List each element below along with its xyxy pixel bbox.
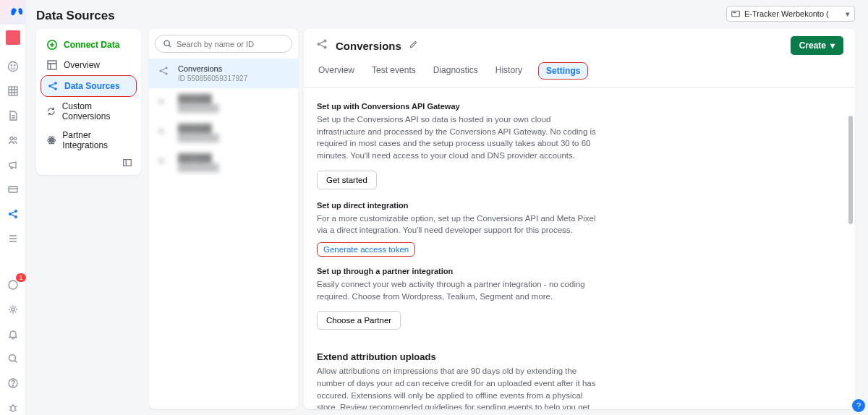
share-icon	[315, 38, 328, 54]
rail-megaphone-icon[interactable]	[6, 158, 20, 172]
nav-custom-conversions[interactable]: Custom Conversions	[41, 97, 137, 126]
extend-body: Allow attributions on impressions that a…	[317, 365, 599, 409]
svg-rect-0	[732, 11, 740, 17]
account-icon	[731, 9, 740, 18]
gateway-heading: Set up with Conversions API Gateway	[317, 102, 842, 111]
main-title: Conversions	[336, 40, 401, 52]
svg-point-28	[164, 40, 169, 46]
layout-icon	[46, 59, 58, 71]
settings-panel: Set up with Conversions API Gateway Set …	[304, 87, 855, 409]
svg-rect-19	[48, 61, 56, 69]
svg-point-9	[9, 213, 12, 215]
svg-point-10	[14, 210, 17, 213]
plus-circle-icon	[46, 39, 58, 51]
nav-data-sources[interactable]: Data Sources	[41, 75, 137, 97]
svg-point-6	[10, 137, 13, 140]
chevron-down-icon: ▾	[846, 9, 850, 19]
tab-overview[interactable]: Overview	[317, 62, 356, 80]
direct-body: For a more customizable option, set up t…	[317, 213, 599, 236]
svg-rect-5	[9, 87, 17, 95]
nav-connect-data[interactable]: Connect Data	[41, 35, 137, 55]
meta-logo-icon	[8, 5, 24, 21]
svg-point-2	[8, 62, 17, 72]
rail-gear-icon[interactable]	[6, 302, 20, 317]
svg-point-23	[51, 140, 52, 141]
rail-doc-icon[interactable]	[6, 108, 20, 123]
rail-share-icon[interactable]	[6, 207, 20, 221]
atom-icon	[46, 134, 56, 146]
svg-rect-8	[9, 187, 17, 192]
help-fab-icon[interactable]: ?	[852, 399, 865, 412]
nav-partner-integrations[interactable]: Partner Integrations	[41, 126, 137, 155]
svg-point-17	[11, 406, 15, 411]
generate-token-link[interactable]: Generate access token	[317, 242, 415, 257]
tab-history[interactable]: History	[494, 62, 524, 80]
account-selector[interactable]: E-Tracker Werbekonto ( ▾	[726, 6, 855, 22]
account-label: E-Tracker Werbekonto (	[744, 9, 846, 18]
search-icon	[163, 39, 172, 48]
nav-card: Connect Data Overview Data Sources Custo…	[36, 29, 141, 175]
direct-heading: Set up direct integration	[317, 201, 842, 210]
gateway-body: Set up the Conversions API so data is ho…	[317, 114, 599, 162]
tabs: Overview Test events Diagnostics History…	[304, 58, 855, 87]
svg-rect-27	[124, 160, 132, 166]
rail-bug-icon[interactable]	[6, 401, 20, 415]
datasource-row[interactable]: Conversions ID 550856059317927	[149, 59, 298, 88]
scrollbar-thumb[interactable]	[848, 116, 853, 224]
nav-overview[interactable]: Overview	[41, 55, 137, 75]
svg-point-22	[54, 87, 57, 90]
datasource-row[interactable]: ●██████████████	[149, 118, 298, 147]
rail-app-icon[interactable]	[6, 30, 20, 45]
share-icon	[158, 65, 171, 78]
tab-settings[interactable]: Settings	[538, 62, 588, 80]
svg-point-31	[165, 72, 167, 74]
svg-point-12	[9, 281, 17, 289]
rail-smiley-icon[interactable]	[6, 59, 20, 74]
share-icon	[47, 80, 59, 92]
datasource-name: Conversions	[178, 64, 247, 73]
extend-heading: Extend attribution uploads	[317, 351, 842, 362]
svg-point-34	[323, 46, 326, 48]
svg-point-7	[14, 137, 16, 140]
svg-point-13	[11, 308, 14, 311]
rail-bell-icon[interactable]	[6, 327, 20, 341]
svg-point-14	[9, 355, 15, 361]
tab-diagnostics[interactable]: Diagnostics	[432, 62, 480, 80]
datasource-id: ID 550856059317927	[178, 74, 247, 82]
get-started-button[interactable]: Get started	[317, 171, 377, 189]
main-panel: Conversions Create▾ Overview Test events…	[304, 29, 855, 409]
rail-people-icon[interactable]	[6, 133, 20, 147]
tab-test-events[interactable]: Test events	[370, 62, 417, 80]
svg-point-4	[14, 65, 14, 66]
partner-heading: Set up through a partner integration	[317, 267, 842, 275]
svg-rect-1	[733, 12, 736, 14]
edit-icon[interactable]	[409, 39, 418, 52]
choose-partner-button[interactable]: Choose a Partner	[317, 311, 401, 330]
rail-notification-icon[interactable]	[6, 278, 20, 292]
svg-point-33	[323, 39, 326, 42]
svg-point-32	[317, 43, 320, 46]
svg-point-21	[54, 82, 57, 85]
svg-point-11	[14, 215, 17, 218]
svg-point-30	[165, 67, 167, 69]
rail-help-icon[interactable]	[6, 376, 20, 390]
search-input[interactable]	[176, 40, 284, 48]
svg-point-16	[12, 385, 13, 386]
svg-point-20	[48, 85, 51, 87]
collapse-nav-icon[interactable]	[41, 155, 137, 171]
search-box[interactable]	[155, 35, 292, 53]
datasource-list: Conversions ID 550856059317927 ●████████…	[149, 29, 298, 409]
page-title: Data Sources	[36, 9, 115, 23]
refresh-icon	[46, 106, 56, 117]
left-rail	[0, 25, 26, 415]
chevron-down-icon: ▾	[830, 40, 835, 51]
rail-search-icon[interactable]	[6, 351, 20, 366]
datasource-row[interactable]: ●██████████████	[149, 147, 298, 177]
rail-grid-icon[interactable]	[6, 84, 20, 98]
svg-point-3	[11, 65, 12, 66]
create-button[interactable]: Create▾	[791, 36, 843, 55]
partner-body: Easily connect your web activity through…	[317, 278, 599, 302]
datasource-row[interactable]: ●██████████████	[149, 88, 298, 118]
rail-menu-icon[interactable]	[6, 231, 20, 246]
rail-card-icon[interactable]	[6, 182, 20, 197]
